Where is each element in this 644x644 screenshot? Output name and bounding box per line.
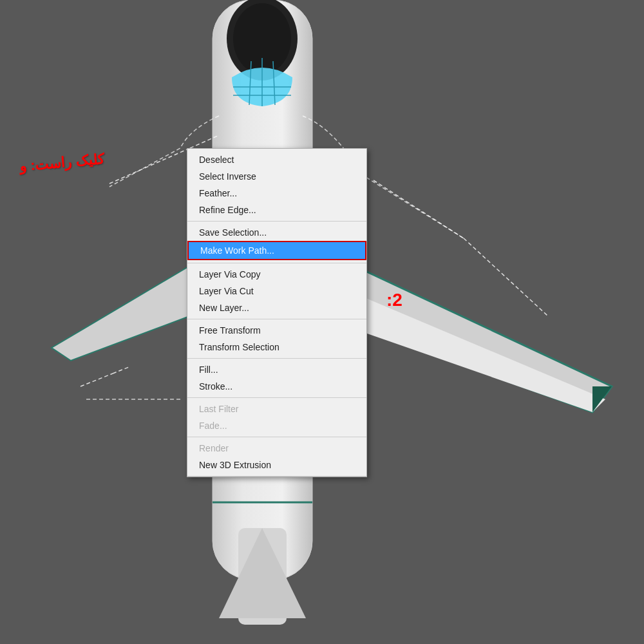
- menu-item-fill[interactable]: Fill...: [187, 361, 366, 378]
- menu-item-stroke[interactable]: Stroke...: [187, 378, 366, 395]
- menu-item-last-filter: Last Filter: [187, 401, 366, 417]
- menu-section-5: Fill... Stroke...: [187, 359, 366, 398]
- menu-section-1: Deselect Select Inverse Feather... Refin…: [187, 149, 366, 222]
- menu-item-deselect[interactable]: Deselect: [187, 151, 366, 168]
- step2-annotation: :2: [386, 290, 402, 310]
- menu-section-3: Layer Via Copy Layer Via Cut New Layer..…: [187, 263, 366, 319]
- menu-item-layer-via-copy[interactable]: Layer Via Copy: [187, 266, 366, 283]
- menu-item-free-transform[interactable]: Free Transform: [187, 322, 366, 339]
- menu-item-new-3d-extrusion[interactable]: New 3D Extrusion: [187, 457, 366, 473]
- menu-item-save-selection[interactable]: Save Selection...: [187, 224, 366, 241]
- menu-item-make-work-path[interactable]: Make Work Path...: [187, 241, 366, 260]
- menu-section-6: Last Filter Fade...: [187, 398, 366, 437]
- menu-item-fade: Fade...: [187, 417, 366, 434]
- menu-item-refine-edge[interactable]: Refine Edge...: [187, 202, 366, 218]
- menu-item-render: Render: [187, 440, 366, 457]
- menu-section-4: Free Transform Transform Selection: [187, 319, 366, 359]
- menu-item-new-layer[interactable]: New Layer...: [187, 299, 366, 316]
- menu-item-select-inverse[interactable]: Select Inverse: [187, 168, 366, 185]
- menu-section-2: Save Selection... Make Work Path...: [187, 222, 366, 263]
- menu-section-7: Render New 3D Extrusion: [187, 437, 366, 477]
- canvas-area: کلیک راست: و :2 Deselect Select Inverse …: [0, 0, 644, 644]
- menu-item-transform-selection[interactable]: Transform Selection: [187, 339, 366, 355]
- menu-item-layer-via-cut[interactable]: Layer Via Cut: [187, 283, 366, 299]
- context-menu: Deselect Select Inverse Feather... Refin…: [187, 148, 367, 477]
- menu-item-feather[interactable]: Feather...: [187, 185, 366, 202]
